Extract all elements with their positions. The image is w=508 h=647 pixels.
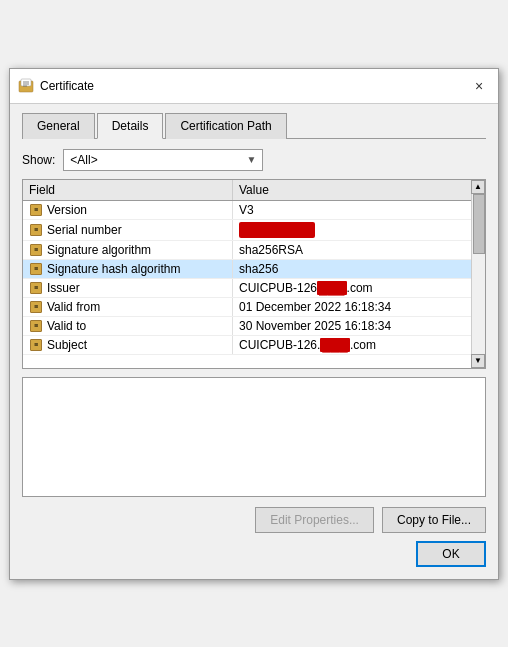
close-button[interactable]: × <box>468 75 490 97</box>
table-row[interactable]: ≡ Version V3 <box>23 201 485 220</box>
value-cell: CUICPUB-126.███.com <box>233 336 485 354</box>
value-cell: 01 December 2022 16:18:34 <box>233 298 485 316</box>
show-select-value: <All> <box>70 153 246 167</box>
svg-rect-1 <box>21 79 31 86</box>
table-row[interactable]: ≡ Valid from 01 December 2022 16:18:34 <box>23 298 485 317</box>
tab-details[interactable]: Details <box>97 113 164 139</box>
table-row[interactable]: ≡ Subject CUICPUB-126.███.com <box>23 336 485 355</box>
value-cell: CUICPUB-126███.com <box>233 279 485 297</box>
certificate-dialog: Certificate × General Details Certificat… <box>9 68 499 580</box>
field-cell: ≡ Subject <box>23 336 233 354</box>
cert-field-icon: ≡ <box>29 262 43 276</box>
scrollbar-thumb[interactable] <box>473 194 485 254</box>
tab-certification-path[interactable]: Certification Path <box>165 113 286 139</box>
redacted-value: ████████ <box>239 222 315 238</box>
scroll-down-button[interactable]: ▼ <box>471 354 485 368</box>
title-bar: Certificate × <box>10 69 498 104</box>
cert-field-icon: ≡ <box>29 243 43 257</box>
value-cell: V3 <box>233 201 485 219</box>
cert-field-icon: ≡ <box>29 300 43 314</box>
field-table: Field Value ≡ Version V3 ≡ <box>22 179 486 369</box>
table-row[interactable]: ≡ Signature hash algorithm sha256 <box>23 260 485 279</box>
scroll-up-button[interactable]: ▲ <box>471 180 485 194</box>
tab-general[interactable]: General <box>22 113 95 139</box>
action-buttons: Edit Properties... Copy to File... <box>22 507 486 533</box>
field-cell: ≡ Issuer <box>23 279 233 297</box>
chevron-down-icon: ▼ <box>246 154 256 165</box>
dialog-content: General Details Certification Path Show:… <box>10 104 498 579</box>
table-row[interactable]: ≡ Serial number ████████ <box>23 220 485 241</box>
field-cell: ≡ Signature hash algorithm <box>23 260 233 278</box>
copy-to-file-button[interactable]: Copy to File... <box>382 507 486 533</box>
detail-box <box>22 377 486 497</box>
show-row: Show: <All> ▼ <box>22 149 486 171</box>
ok-row: OK <box>22 541 486 567</box>
cert-field-icon: ≡ <box>29 281 43 295</box>
value-cell: ████████ <box>233 220 485 240</box>
value-cell: sha256 <box>233 260 485 278</box>
show-select[interactable]: <All> ▼ <box>63 149 263 171</box>
header-field: Field <box>23 180 233 200</box>
dialog-icon <box>18 78 34 94</box>
edit-properties-button[interactable]: Edit Properties... <box>255 507 374 533</box>
tab-bar: General Details Certification Path <box>22 112 486 139</box>
field-cell: ≡ Signature algorithm <box>23 241 233 259</box>
table-header: Field Value <box>23 180 485 201</box>
value-cell: 30 November 2025 16:18:34 <box>233 317 485 335</box>
field-cell: ≡ Valid from <box>23 298 233 316</box>
value-cell: sha256RSA <box>233 241 485 259</box>
field-cell: ≡ Valid to <box>23 317 233 335</box>
dialog-title: Certificate <box>40 79 468 93</box>
show-label: Show: <box>22 153 55 167</box>
cert-field-icon: ≡ <box>29 338 43 352</box>
table-row[interactable]: ≡ Issuer CUICPUB-126███.com <box>23 279 485 298</box>
header-value: Value <box>233 180 485 200</box>
scrollbar-track[interactable]: ▲ ▼ <box>471 180 485 368</box>
cert-field-icon: ≡ <box>29 223 43 237</box>
field-cell: ≡ Serial number <box>23 220 233 240</box>
field-cell: ≡ Version <box>23 201 233 219</box>
table-row[interactable]: ≡ Valid to 30 November 2025 16:18:34 <box>23 317 485 336</box>
cert-field-icon: ≡ <box>29 203 43 217</box>
table-row[interactable]: ≡ Signature algorithm sha256RSA <box>23 241 485 260</box>
ok-button[interactable]: OK <box>416 541 486 567</box>
cert-field-icon: ≡ <box>29 319 43 333</box>
